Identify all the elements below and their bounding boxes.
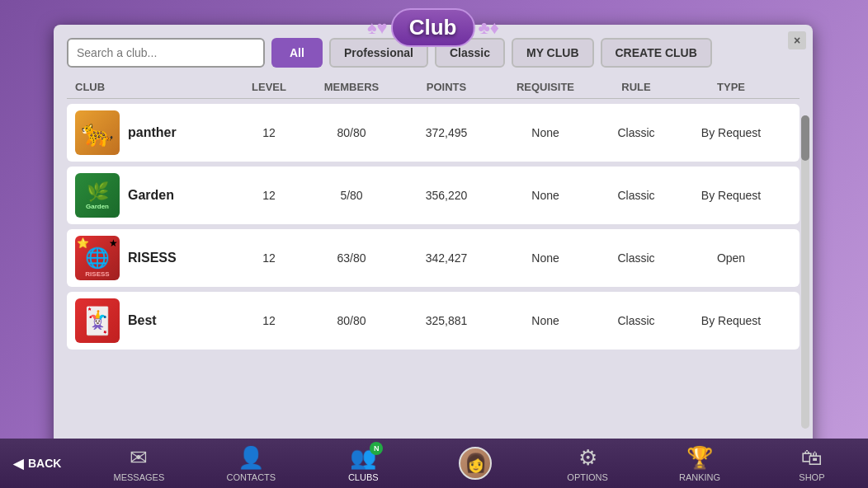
ranking-label: RANKING [679, 472, 720, 482]
back-button[interactable]: ◀ BACK [0, 456, 74, 472]
table-row[interactable]: 🌐 RISESS ⭐ ★ RISESS 12 63/80 342,427 Non… [67, 229, 800, 287]
club-rule: Classic [595, 126, 677, 139]
club-points: 372,495 [397, 126, 496, 139]
contacts-label: CONTACTS [226, 472, 276, 482]
scrollbar-track [801, 115, 809, 429]
nav-item-messages[interactable]: ✉ MESSAGES [106, 445, 172, 482]
col-points: POINTS [397, 81, 496, 93]
options-icon: ⚙ [578, 445, 597, 471]
club-requisite: None [496, 251, 595, 265]
club-type: By Request [677, 126, 785, 139]
club-type: Open [677, 251, 785, 265]
club-requisite: None [496, 314, 595, 327]
club-logo-garden: 🌿 Garden [75, 173, 120, 218]
club-members: 80/80 [306, 314, 397, 327]
col-requisite: REQUISITE [496, 81, 595, 93]
club-name: panther [128, 125, 177, 140]
club-type: By Request [677, 314, 785, 327]
club-info: 🃏 Best [67, 298, 232, 343]
shop-icon: 🛍 [801, 445, 823, 471]
nav-item-contacts[interactable]: 👤 CONTACTS [218, 445, 284, 482]
title-deco-right: ♣♦ [478, 17, 499, 39]
club-points: 325,881 [397, 314, 496, 327]
table-header: CLUB LEVEL MEMBERS POINTS REQUISITE RULE… [67, 76, 800, 99]
col-rule: RULE [595, 81, 677, 93]
club-requisite: None [496, 126, 595, 139]
messages-icon: ✉ [130, 445, 148, 471]
nav-item-ranking[interactable]: 🏆 RANKING [667, 445, 733, 482]
club-requisite: None [496, 189, 595, 202]
contacts-icon: 👤 [238, 445, 264, 471]
avatar: 👩 [459, 447, 492, 480]
options-label: OPTIONS [567, 472, 608, 482]
bottom-nav: ◀ BACK ✉ MESSAGES 👤 CONTACTS 👥 N CLUBS 👩… [0, 439, 868, 488]
table-row[interactable]: 🐆 panther 12 80/80 372,495 None Classic … [67, 104, 800, 162]
nav-item-clubs[interactable]: 👥 N CLUBS [330, 445, 396, 482]
nav-item-shop[interactable]: 🛍 SHOP [779, 445, 845, 482]
col-members: MEMBERS [306, 81, 397, 93]
club-points: 356,220 [397, 189, 496, 202]
title-area: ♠♥ Club ♣♦ [367, 8, 499, 47]
scrollbar-thumb[interactable] [801, 115, 809, 161]
back-arrow-icon: ◀ [13, 456, 23, 472]
nav-items: ✉ MESSAGES 👤 CONTACTS 👥 N CLUBS 👩 ⚙ OPTI… [83, 445, 868, 482]
shop-label: SHOP [799, 472, 824, 482]
club-level: 12 [232, 314, 306, 327]
panther-icon: 🐆 [75, 110, 120, 155]
club-members: 5/80 [306, 189, 397, 202]
table-row[interactable]: 🌿 Garden Garden 12 5/80 356,220 None Cla… [67, 167, 800, 224]
title-deco-left: ♠♥ [367, 17, 388, 39]
filter-myclub-button[interactable]: MY CLUB [512, 38, 594, 68]
svg-text:🐆: 🐆 [81, 117, 114, 148]
club-name: RISESS [128, 251, 177, 265]
clubs-label: CLUBS [348, 472, 379, 482]
club-level: 12 [232, 189, 306, 202]
club-rule: Classic [595, 189, 677, 202]
clubs-table: CLUB LEVEL MEMBERS POINTS REQUISITE RULE… [54, 76, 813, 350]
modal-container: ♠♥ Club ♣♦ × All Professional Classic MY… [54, 25, 813, 462]
club-points: 342,427 [397, 251, 496, 265]
club-info: 🌿 Garden Garden [67, 173, 232, 218]
club-name: Best [128, 313, 157, 328]
col-type: TYPE [677, 81, 785, 93]
search-input[interactable] [67, 38, 265, 68]
col-level: LEVEL [232, 81, 306, 93]
clubs-badge: N [370, 442, 383, 455]
club-rule: Classic [595, 314, 677, 327]
club-members: 63/80 [306, 251, 397, 265]
ranking-icon: 🏆 [686, 445, 713, 471]
title-logo: Club [391, 8, 475, 47]
club-logo-best: 🃏 [75, 298, 120, 343]
club-level: 12 [232, 251, 306, 265]
club-type: By Request [677, 189, 785, 202]
club-info: 🐆 panther [67, 110, 232, 155]
messages-label: MESSAGES [114, 472, 165, 482]
back-label: BACK [28, 457, 61, 470]
club-info: 🌐 RISESS ⭐ ★ RISESS [67, 236, 232, 280]
clubs-badge-wrapper: 👥 N [350, 445, 376, 471]
club-name: Garden [128, 188, 174, 203]
create-club-button[interactable]: CREATE CLUB [601, 38, 712, 68]
col-club: CLUB [67, 81, 232, 93]
nav-item-profile[interactable]: 👩 [442, 447, 508, 480]
club-level: 12 [232, 126, 306, 139]
club-rule: Classic [595, 251, 677, 265]
club-members: 80/80 [306, 126, 397, 139]
table-row[interactable]: 🃏 Best 12 80/80 325,881 None Classic By … [67, 292, 800, 350]
nav-item-options[interactable]: ⚙ OPTIONS [554, 445, 620, 482]
club-logo-risess: 🌐 RISESS ⭐ ★ [75, 236, 120, 280]
filter-all-button[interactable]: All [271, 38, 323, 68]
close-button[interactable]: × [788, 31, 806, 49]
modal: × All Professional Classic MY CLUB CREAT… [54, 25, 813, 462]
club-logo-panther: 🐆 [75, 110, 120, 155]
